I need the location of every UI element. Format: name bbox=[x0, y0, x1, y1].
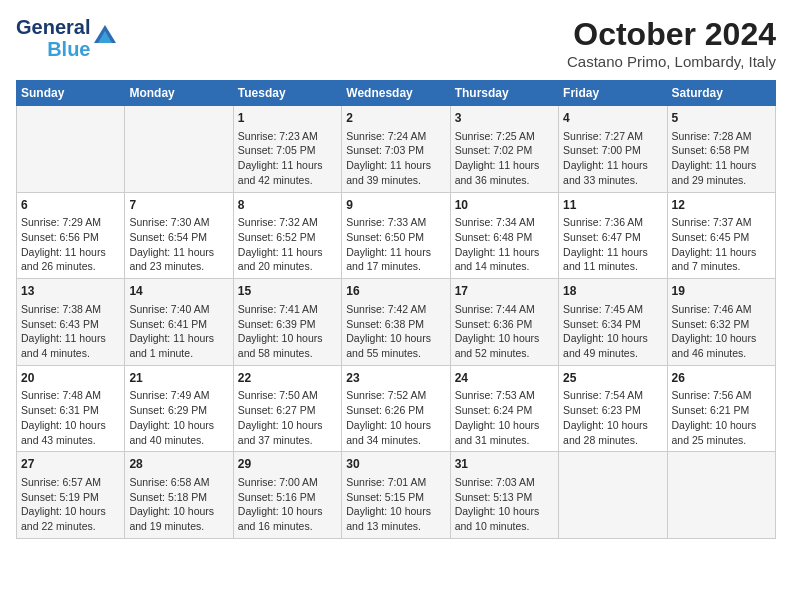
day-info: Sunrise: 7:52 AM Sunset: 6:26 PM Dayligh… bbox=[346, 388, 445, 447]
calendar-cell: 8Sunrise: 7:32 AM Sunset: 6:52 PM Daylig… bbox=[233, 192, 341, 279]
day-info: Sunrise: 7:54 AM Sunset: 6:23 PM Dayligh… bbox=[563, 388, 662, 447]
calendar-cell: 22Sunrise: 7:50 AM Sunset: 6:27 PM Dayli… bbox=[233, 365, 341, 452]
day-number: 17 bbox=[455, 283, 554, 300]
week-row-2: 6Sunrise: 7:29 AM Sunset: 6:56 PM Daylig… bbox=[17, 192, 776, 279]
weekday-header-saturday: Saturday bbox=[667, 81, 775, 106]
day-info: Sunrise: 7:46 AM Sunset: 6:32 PM Dayligh… bbox=[672, 302, 771, 361]
calendar-cell: 28Sunrise: 6:58 AM Sunset: 5:18 PM Dayli… bbox=[125, 452, 233, 539]
day-number: 20 bbox=[21, 370, 120, 387]
day-info: Sunrise: 7:27 AM Sunset: 7:00 PM Dayligh… bbox=[563, 129, 662, 188]
calendar-cell bbox=[17, 106, 125, 193]
weekday-header-wednesday: Wednesday bbox=[342, 81, 450, 106]
calendar-cell: 26Sunrise: 7:56 AM Sunset: 6:21 PM Dayli… bbox=[667, 365, 775, 452]
logo-general: General bbox=[16, 16, 90, 38]
day-info: Sunrise: 6:58 AM Sunset: 5:18 PM Dayligh… bbox=[129, 475, 228, 534]
logo: General Blue bbox=[16, 16, 116, 60]
calendar-cell bbox=[667, 452, 775, 539]
day-number: 19 bbox=[672, 283, 771, 300]
calendar-cell: 9Sunrise: 7:33 AM Sunset: 6:50 PM Daylig… bbox=[342, 192, 450, 279]
title-area: October 2024 Castano Primo, Lombardy, It… bbox=[567, 16, 776, 70]
calendar-cell bbox=[559, 452, 667, 539]
calendar-cell: 3Sunrise: 7:25 AM Sunset: 7:02 PM Daylig… bbox=[450, 106, 558, 193]
calendar: SundayMondayTuesdayWednesdayThursdayFrid… bbox=[16, 80, 776, 539]
day-info: Sunrise: 7:25 AM Sunset: 7:02 PM Dayligh… bbox=[455, 129, 554, 188]
day-info: Sunrise: 7:50 AM Sunset: 6:27 PM Dayligh… bbox=[238, 388, 337, 447]
logo-blue: Blue bbox=[47, 38, 90, 60]
day-number: 22 bbox=[238, 370, 337, 387]
calendar-cell: 21Sunrise: 7:49 AM Sunset: 6:29 PM Dayli… bbox=[125, 365, 233, 452]
day-info: Sunrise: 6:57 AM Sunset: 5:19 PM Dayligh… bbox=[21, 475, 120, 534]
location-title: Castano Primo, Lombardy, Italy bbox=[567, 53, 776, 70]
day-info: Sunrise: 7:49 AM Sunset: 6:29 PM Dayligh… bbox=[129, 388, 228, 447]
month-title: October 2024 bbox=[567, 16, 776, 53]
day-info: Sunrise: 7:44 AM Sunset: 6:36 PM Dayligh… bbox=[455, 302, 554, 361]
calendar-cell: 6Sunrise: 7:29 AM Sunset: 6:56 PM Daylig… bbox=[17, 192, 125, 279]
day-number: 10 bbox=[455, 197, 554, 214]
day-number: 27 bbox=[21, 456, 120, 473]
day-info: Sunrise: 7:28 AM Sunset: 6:58 PM Dayligh… bbox=[672, 129, 771, 188]
calendar-cell: 27Sunrise: 6:57 AM Sunset: 5:19 PM Dayli… bbox=[17, 452, 125, 539]
logo-icon bbox=[94, 25, 116, 47]
calendar-cell: 13Sunrise: 7:38 AM Sunset: 6:43 PM Dayli… bbox=[17, 279, 125, 366]
day-number: 14 bbox=[129, 283, 228, 300]
day-number: 13 bbox=[21, 283, 120, 300]
day-number: 21 bbox=[129, 370, 228, 387]
day-number: 2 bbox=[346, 110, 445, 127]
day-number: 24 bbox=[455, 370, 554, 387]
day-number: 31 bbox=[455, 456, 554, 473]
calendar-cell: 4Sunrise: 7:27 AM Sunset: 7:00 PM Daylig… bbox=[559, 106, 667, 193]
calendar-cell: 14Sunrise: 7:40 AM Sunset: 6:41 PM Dayli… bbox=[125, 279, 233, 366]
calendar-cell: 24Sunrise: 7:53 AM Sunset: 6:24 PM Dayli… bbox=[450, 365, 558, 452]
day-number: 1 bbox=[238, 110, 337, 127]
day-info: Sunrise: 7:03 AM Sunset: 5:13 PM Dayligh… bbox=[455, 475, 554, 534]
day-number: 7 bbox=[129, 197, 228, 214]
day-info: Sunrise: 7:23 AM Sunset: 7:05 PM Dayligh… bbox=[238, 129, 337, 188]
weekday-header-tuesday: Tuesday bbox=[233, 81, 341, 106]
day-info: Sunrise: 7:29 AM Sunset: 6:56 PM Dayligh… bbox=[21, 215, 120, 274]
calendar-cell: 12Sunrise: 7:37 AM Sunset: 6:45 PM Dayli… bbox=[667, 192, 775, 279]
calendar-cell: 23Sunrise: 7:52 AM Sunset: 6:26 PM Dayli… bbox=[342, 365, 450, 452]
weekday-header-sunday: Sunday bbox=[17, 81, 125, 106]
day-number: 16 bbox=[346, 283, 445, 300]
day-info: Sunrise: 7:01 AM Sunset: 5:15 PM Dayligh… bbox=[346, 475, 445, 534]
day-info: Sunrise: 7:41 AM Sunset: 6:39 PM Dayligh… bbox=[238, 302, 337, 361]
calendar-cell: 5Sunrise: 7:28 AM Sunset: 6:58 PM Daylig… bbox=[667, 106, 775, 193]
calendar-cell: 7Sunrise: 7:30 AM Sunset: 6:54 PM Daylig… bbox=[125, 192, 233, 279]
header: General Blue October 2024 Castano Primo,… bbox=[16, 16, 776, 70]
week-row-4: 20Sunrise: 7:48 AM Sunset: 6:31 PM Dayli… bbox=[17, 365, 776, 452]
day-info: Sunrise: 7:34 AM Sunset: 6:48 PM Dayligh… bbox=[455, 215, 554, 274]
calendar-cell: 29Sunrise: 7:00 AM Sunset: 5:16 PM Dayli… bbox=[233, 452, 341, 539]
week-row-3: 13Sunrise: 7:38 AM Sunset: 6:43 PM Dayli… bbox=[17, 279, 776, 366]
day-number: 28 bbox=[129, 456, 228, 473]
calendar-cell: 11Sunrise: 7:36 AM Sunset: 6:47 PM Dayli… bbox=[559, 192, 667, 279]
day-info: Sunrise: 7:45 AM Sunset: 6:34 PM Dayligh… bbox=[563, 302, 662, 361]
day-info: Sunrise: 7:56 AM Sunset: 6:21 PM Dayligh… bbox=[672, 388, 771, 447]
day-number: 26 bbox=[672, 370, 771, 387]
calendar-cell: 15Sunrise: 7:41 AM Sunset: 6:39 PM Dayli… bbox=[233, 279, 341, 366]
day-number: 5 bbox=[672, 110, 771, 127]
day-info: Sunrise: 7:38 AM Sunset: 6:43 PM Dayligh… bbox=[21, 302, 120, 361]
calendar-cell: 18Sunrise: 7:45 AM Sunset: 6:34 PM Dayli… bbox=[559, 279, 667, 366]
day-info: Sunrise: 7:33 AM Sunset: 6:50 PM Dayligh… bbox=[346, 215, 445, 274]
calendar-cell: 16Sunrise: 7:42 AM Sunset: 6:38 PM Dayli… bbox=[342, 279, 450, 366]
day-info: Sunrise: 7:30 AM Sunset: 6:54 PM Dayligh… bbox=[129, 215, 228, 274]
calendar-cell: 1Sunrise: 7:23 AM Sunset: 7:05 PM Daylig… bbox=[233, 106, 341, 193]
day-number: 23 bbox=[346, 370, 445, 387]
weekday-header-thursday: Thursday bbox=[450, 81, 558, 106]
weekday-header-monday: Monday bbox=[125, 81, 233, 106]
day-number: 8 bbox=[238, 197, 337, 214]
calendar-cell: 31Sunrise: 7:03 AM Sunset: 5:13 PM Dayli… bbox=[450, 452, 558, 539]
calendar-cell bbox=[125, 106, 233, 193]
day-info: Sunrise: 7:48 AM Sunset: 6:31 PM Dayligh… bbox=[21, 388, 120, 447]
day-info: Sunrise: 7:40 AM Sunset: 6:41 PM Dayligh… bbox=[129, 302, 228, 361]
day-number: 6 bbox=[21, 197, 120, 214]
calendar-cell: 2Sunrise: 7:24 AM Sunset: 7:03 PM Daylig… bbox=[342, 106, 450, 193]
day-number: 29 bbox=[238, 456, 337, 473]
day-info: Sunrise: 7:53 AM Sunset: 6:24 PM Dayligh… bbox=[455, 388, 554, 447]
day-info: Sunrise: 7:32 AM Sunset: 6:52 PM Dayligh… bbox=[238, 215, 337, 274]
week-row-5: 27Sunrise: 6:57 AM Sunset: 5:19 PM Dayli… bbox=[17, 452, 776, 539]
day-info: Sunrise: 7:36 AM Sunset: 6:47 PM Dayligh… bbox=[563, 215, 662, 274]
day-number: 15 bbox=[238, 283, 337, 300]
day-number: 25 bbox=[563, 370, 662, 387]
day-number: 3 bbox=[455, 110, 554, 127]
